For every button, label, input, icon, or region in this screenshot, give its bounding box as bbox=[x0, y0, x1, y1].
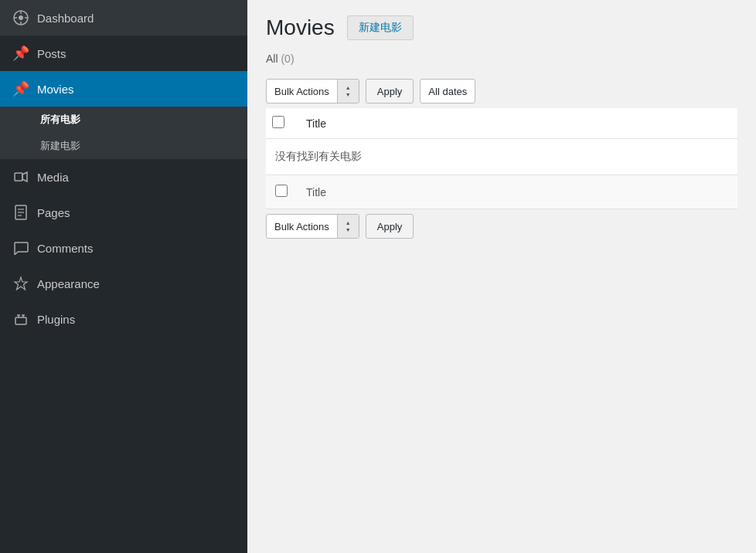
movies-submenu: 所有电影 新建电影 bbox=[0, 107, 247, 159]
header-title-col: Title bbox=[297, 108, 737, 139]
filter-tabs: All (0) bbox=[266, 53, 737, 65]
new-movie-button[interactable]: 新建电影 bbox=[347, 15, 414, 40]
sidebar-item-pages-label: Pages bbox=[37, 206, 70, 219]
sidebar-item-appearance-label: Appearance bbox=[37, 277, 100, 290]
sidebar: Dashboard 📌 Posts 📌 Movies 所有电影 新建电影 Med… bbox=[0, 0, 247, 553]
movies-icon: 📌 bbox=[12, 80, 29, 97]
footer-checkbox-col bbox=[266, 175, 297, 209]
all-dates-select[interactable]: All dates bbox=[420, 79, 475, 103]
select-all-checkbox[interactable] bbox=[272, 116, 284, 128]
sidebar-item-pages[interactable]: Pages bbox=[0, 195, 247, 230]
no-results-message: 没有找到有关电影 bbox=[266, 139, 737, 175]
bottom-apply-button[interactable]: Apply bbox=[366, 214, 414, 239]
sidebar-item-plugins-label: Plugins bbox=[37, 313, 75, 326]
bottom-bulk-actions-label: Bulk Actions bbox=[267, 221, 337, 232]
table-header-row: Title bbox=[266, 108, 737, 139]
sidebar-item-dashboard[interactable]: Dashboard bbox=[0, 0, 247, 36]
appearance-icon bbox=[12, 275, 29, 292]
comments-icon bbox=[12, 239, 29, 256]
submenu-new-movie[interactable]: 新建电影 bbox=[0, 133, 247, 159]
page-title: Movies bbox=[266, 15, 335, 40]
sidebar-item-movies-label: Movies bbox=[37, 83, 74, 96]
svg-rect-6 bbox=[15, 173, 22, 181]
posts-icon: 📌 bbox=[12, 45, 29, 62]
top-bulk-actions-label: Bulk Actions bbox=[267, 86, 337, 97]
sidebar-item-movies[interactable]: 📌 Movies bbox=[0, 71, 247, 107]
page-header: Movies 新建电影 bbox=[266, 15, 737, 40]
top-toolbar: Bulk Actions Apply All dates bbox=[266, 74, 737, 108]
movies-table: Title 没有找到有关电影 Title bbox=[266, 108, 737, 209]
filter-all-tab[interactable]: All (0) bbox=[266, 53, 295, 65]
dashboard-icon bbox=[12, 9, 29, 26]
main-content: Movies 新建电影 All (0) Bulk Actions Apply A… bbox=[247, 0, 756, 553]
bottom-toolbar: Bulk Actions Apply bbox=[266, 209, 737, 243]
submenu-all-movies[interactable]: 所有电影 bbox=[0, 107, 247, 133]
no-results-row: 没有找到有关电影 bbox=[266, 139, 737, 175]
svg-rect-12 bbox=[15, 317, 26, 324]
footer-select-all-checkbox[interactable] bbox=[275, 185, 288, 197]
sidebar-item-posts-label: Posts bbox=[37, 47, 66, 60]
sidebar-item-media[interactable]: Media bbox=[0, 159, 247, 195]
sidebar-item-plugins[interactable]: Plugins bbox=[0, 301, 247, 337]
bottom-bulk-actions-arrow[interactable] bbox=[337, 215, 359, 238]
sidebar-item-media-label: Media bbox=[37, 171, 69, 184]
footer-title-col: Title bbox=[297, 175, 737, 209]
svg-marker-7 bbox=[22, 172, 27, 182]
top-bulk-actions-select[interactable]: Bulk Actions bbox=[266, 79, 359, 103]
sidebar-item-dashboard-label: Dashboard bbox=[37, 12, 94, 25]
sidebar-item-appearance[interactable]: Appearance bbox=[0, 266, 247, 301]
plugins-icon bbox=[12, 310, 29, 327]
sidebar-item-posts[interactable]: 📌 Posts bbox=[0, 36, 247, 71]
filter-count: (0) bbox=[281, 53, 294, 65]
all-label: All bbox=[266, 53, 278, 65]
sidebar-item-comments[interactable]: Comments bbox=[0, 230, 247, 266]
top-apply-button[interactable]: Apply bbox=[366, 79, 414, 103]
sidebar-item-comments-label: Comments bbox=[37, 242, 94, 255]
bottom-bulk-actions-select[interactable]: Bulk Actions bbox=[266, 214, 359, 239]
pages-icon bbox=[12, 204, 29, 221]
table-footer-title-row: Title bbox=[266, 175, 737, 209]
svg-point-1 bbox=[19, 15, 23, 20]
top-bulk-actions-arrow[interactable] bbox=[337, 80, 359, 103]
media-icon bbox=[12, 168, 29, 185]
header-checkbox-col bbox=[266, 108, 297, 139]
